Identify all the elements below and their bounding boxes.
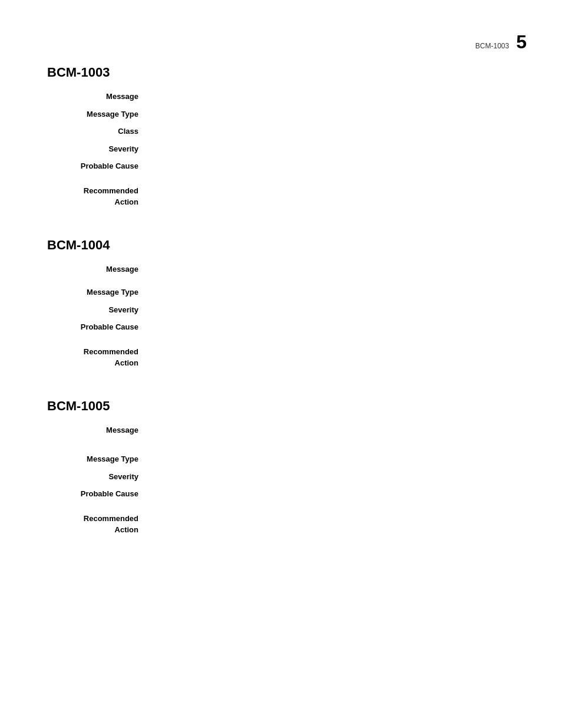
label-class-1003: Class (47, 126, 150, 137)
section-title-bcm-1005: BCM-1005 (47, 398, 515, 414)
field-row-message-type-1003: Message Type (47, 108, 515, 120)
field-row-probable-cause-1005: Probable Cause (47, 488, 515, 500)
field-row-severity-1003: Severity (47, 143, 515, 155)
value-probable-cause-1004 (150, 321, 515, 333)
value-recommended-action-1005 (150, 512, 515, 536)
label-message-type-1005: Message Type (47, 453, 150, 465)
field-row-recommended-action-1005: RecommendedAction (47, 512, 515, 536)
value-message-1004 (150, 263, 515, 275)
section-bcm-1003: BCM-1003 Message Message Type Class Seve… (47, 65, 515, 208)
label-message-1003: Message (47, 91, 150, 103)
label-message-1004: Message (47, 263, 150, 275)
value-class-1003 (150, 126, 515, 137)
field-row-class-1003: Class (47, 126, 515, 137)
page-header: BCM-1003 5 (475, 32, 527, 51)
field-row-message-1003: Message (47, 91, 515, 103)
field-row-recommended-action-1004: RecommendedAction (47, 345, 515, 369)
label-recommended-action-1004: RecommendedAction (47, 345, 150, 369)
field-row-message-type-1005: Message Type (47, 453, 515, 465)
value-recommended-action-1003 (150, 184, 515, 208)
label-severity-1004: Severity (47, 304, 150, 316)
label-message-type-1004: Message Type (47, 286, 150, 298)
value-message-type-1003 (150, 108, 515, 120)
main-content: BCM-1003 Message Message Type Class Seve… (47, 65, 515, 536)
field-row-severity-1004: Severity (47, 304, 515, 316)
label-message-type-1003: Message Type (47, 108, 150, 120)
field-row-message-1005: Message (47, 424, 515, 436)
label-probable-cause-1003: Probable Cause (47, 160, 150, 172)
value-message-type-1005 (150, 453, 515, 465)
field-row-probable-cause-1004: Probable Cause (47, 321, 515, 333)
label-severity-1003: Severity (47, 143, 150, 155)
value-severity-1003 (150, 143, 515, 155)
label-recommended-action-1005: RecommendedAction (47, 512, 150, 536)
label-recommended-action-1003: RecommendedAction (47, 184, 150, 208)
value-message-1005 (150, 424, 515, 436)
value-probable-cause-1005 (150, 488, 515, 500)
header-code: BCM-1003 (475, 42, 509, 50)
value-probable-cause-1003 (150, 160, 515, 172)
field-row-probable-cause-1003: Probable Cause (47, 160, 515, 172)
value-severity-1005 (150, 471, 515, 483)
field-row-severity-1005: Severity (47, 471, 515, 483)
label-probable-cause-1004: Probable Cause (47, 321, 150, 333)
value-message-1003 (150, 91, 515, 103)
field-row-recommended-action-1003: RecommendedAction (47, 184, 515, 208)
section-bcm-1004: BCM-1004 Message Message Type Severity P… (47, 238, 515, 369)
section-bcm-1005: BCM-1005 Message Message Type Severity P… (47, 398, 515, 536)
label-severity-1005: Severity (47, 471, 150, 483)
field-row-message-1004: Message (47, 263, 515, 275)
field-row-message-type-1004: Message Type (47, 286, 515, 298)
label-probable-cause-1005: Probable Cause (47, 488, 150, 500)
section-title-bcm-1003: BCM-1003 (47, 65, 515, 80)
value-recommended-action-1004 (150, 345, 515, 369)
page-number: 5 (516, 32, 527, 51)
label-message-1005: Message (47, 424, 150, 436)
value-message-type-1004 (150, 286, 515, 298)
value-severity-1004 (150, 304, 515, 316)
section-title-bcm-1004: BCM-1004 (47, 238, 515, 253)
